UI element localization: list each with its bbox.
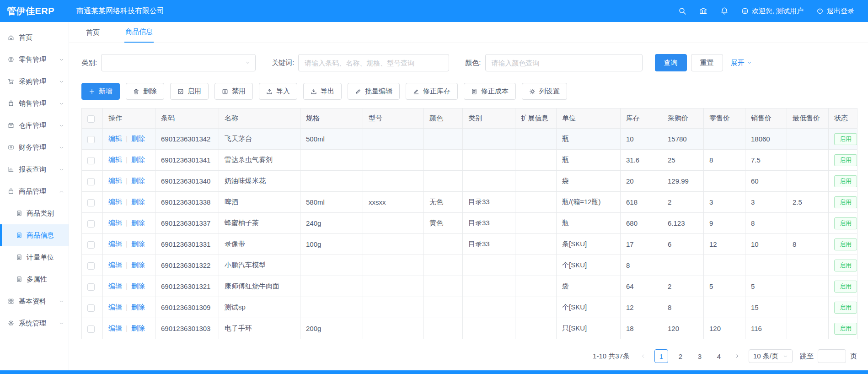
delete-link[interactable]: 删除: [131, 177, 145, 184]
enable-button[interactable]: 启用: [170, 83, 209, 100]
delete-button[interactable]: 删除: [126, 83, 164, 100]
sidebar-item-product-category[interactable]: 商品类别: [0, 202, 69, 224]
keyword-input[interactable]: [298, 54, 449, 71]
sidebar-item-sales[interactable]: 销售管理: [0, 92, 69, 114]
sidebar-item-report[interactable]: 报表查询: [0, 158, 69, 180]
sidebar-item-product[interactable]: 商品管理: [0, 180, 69, 202]
edit-link[interactable]: 编辑: [108, 156, 122, 163]
row-checkbox[interactable]: [87, 262, 95, 270]
column-settings-button[interactable]: 列设置: [522, 83, 567, 100]
status-badge[interactable]: 启用: [834, 196, 857, 208]
button-label: 启用: [188, 87, 201, 96]
cell-spec: 240g: [300, 213, 363, 234]
status-badge[interactable]: 启用: [834, 133, 857, 145]
delete-link[interactable]: 删除: [131, 303, 145, 311]
row-checkbox[interactable]: [87, 199, 95, 206]
fix-cost-button[interactable]: 修正成本: [464, 83, 516, 100]
delete-link[interactable]: 删除: [131, 135, 145, 142]
bank-icon[interactable]: [699, 7, 707, 15]
sidebar-item-warehouse[interactable]: 仓库管理: [0, 114, 69, 136]
delete-link[interactable]: 删除: [131, 324, 145, 332]
row-checkbox[interactable]: [87, 220, 95, 228]
edit-link[interactable]: 编辑: [108, 135, 122, 142]
delete-link[interactable]: 删除: [131, 156, 145, 163]
sidebar-item-home[interactable]: 首页: [0, 27, 69, 49]
batch-edit-button[interactable]: 批量编辑: [348, 83, 400, 100]
delete-link[interactable]: 删除: [131, 240, 145, 248]
sidebar-item-purchase[interactable]: 采购管理: [0, 70, 69, 92]
page-size-select[interactable]: 10 条/页: [749, 349, 793, 363]
edit-link[interactable]: 编辑: [108, 219, 122, 227]
table-row: 编辑|删除6901236301309测试sp个[SKU]12815启用: [82, 297, 857, 318]
welcome-user[interactable]: 欢迎您, 测试用户: [741, 7, 804, 16]
edit-link[interactable]: 编辑: [108, 282, 122, 290]
edit-link[interactable]: 编辑: [108, 261, 122, 269]
edit-link[interactable]: 编辑: [108, 198, 122, 206]
chevron-down-icon: [59, 123, 64, 128]
status-badge[interactable]: 启用: [834, 175, 857, 187]
status-badge[interactable]: 启用: [834, 154, 857, 166]
row-checkbox[interactable]: [87, 136, 95, 143]
chevron-down-icon: [59, 79, 64, 84]
search-button[interactable]: 查询: [655, 54, 687, 71]
sidebar-item-basic-data[interactable]: 基本资料: [0, 290, 69, 312]
page-number[interactable]: 1: [654, 349, 668, 363]
cell-sale: 7.5: [745, 150, 787, 171]
sidebar-item-finance[interactable]: 财务管理: [0, 136, 69, 158]
add-button[interactable]: 新增: [81, 83, 120, 100]
status-badge[interactable]: 启用: [834, 281, 857, 293]
prev-page-button[interactable]: [637, 349, 649, 363]
notification-bell-icon[interactable]: [720, 7, 729, 15]
status-badge[interactable]: 启用: [834, 302, 857, 314]
delete-link[interactable]: 删除: [131, 198, 145, 206]
next-page-button[interactable]: [731, 349, 743, 363]
tab-product-info[interactable]: 商品信息: [124, 27, 154, 43]
row-checkbox[interactable]: [87, 325, 95, 333]
color-input[interactable]: [485, 54, 643, 71]
sidebar-item-retail[interactable]: 零售管理: [0, 49, 69, 70]
logout-button[interactable]: 退出登录: [816, 7, 854, 16]
fix-stock-button[interactable]: 修正库存: [406, 83, 458, 100]
status-badge[interactable]: 启用: [834, 217, 857, 229]
status-badge[interactable]: 启用: [834, 238, 857, 250]
column-header: 采购价: [662, 108, 704, 129]
page-number[interactable]: 2: [674, 349, 687, 363]
cell-stock: 18: [621, 318, 662, 339]
export-button[interactable]: 导出: [303, 83, 342, 100]
edit-link[interactable]: 编辑: [108, 303, 122, 311]
row-checkbox[interactable]: [87, 304, 95, 312]
delete-link[interactable]: 删除: [131, 261, 145, 269]
row-checkbox[interactable]: [87, 283, 95, 291]
status-cell: 启用: [829, 276, 857, 297]
delete-link[interactable]: 删除: [131, 282, 145, 290]
edit-link[interactable]: 编辑: [108, 177, 122, 184]
expand-toggle[interactable]: 展开: [731, 59, 752, 67]
status-badge[interactable]: 启用: [834, 323, 857, 335]
jump-input[interactable]: [818, 349, 846, 363]
row-checkbox[interactable]: [87, 157, 95, 164]
column-header: 规格: [300, 108, 363, 129]
reset-button[interactable]: 重置: [691, 54, 723, 71]
total-count: 1-10 共37条: [593, 352, 630, 361]
sidebar-item-multi-attribute[interactable]: 多属性: [0, 268, 69, 290]
select-all-checkbox[interactable]: [87, 115, 95, 123]
tab-home[interactable]: 首页: [85, 28, 101, 43]
status-badge[interactable]: 启用: [834, 260, 857, 271]
sidebar-item-product-info[interactable]: 商品信息: [0, 224, 69, 246]
row-checkbox[interactable]: [87, 178, 95, 185]
category-select[interactable]: [101, 54, 256, 71]
sidebar-item-measure-unit[interactable]: 计量单位: [0, 246, 69, 268]
row-checkbox[interactable]: [87, 241, 95, 249]
cell-retail: 120: [704, 318, 745, 339]
edit-link[interactable]: 编辑: [108, 240, 122, 248]
page-number[interactable]: 4: [712, 349, 726, 363]
sidebar-item-system[interactable]: 系统管理: [0, 312, 69, 334]
power-icon: [816, 7, 824, 15]
page-number[interactable]: 3: [693, 349, 707, 363]
delete-link[interactable]: 删除: [131, 219, 145, 227]
link-separator: |: [126, 156, 128, 163]
edit-link[interactable]: 编辑: [108, 324, 122, 332]
search-icon[interactable]: [678, 7, 686, 15]
import-button[interactable]: 导入: [259, 83, 297, 100]
disable-button[interactable]: 禁用: [214, 83, 253, 100]
